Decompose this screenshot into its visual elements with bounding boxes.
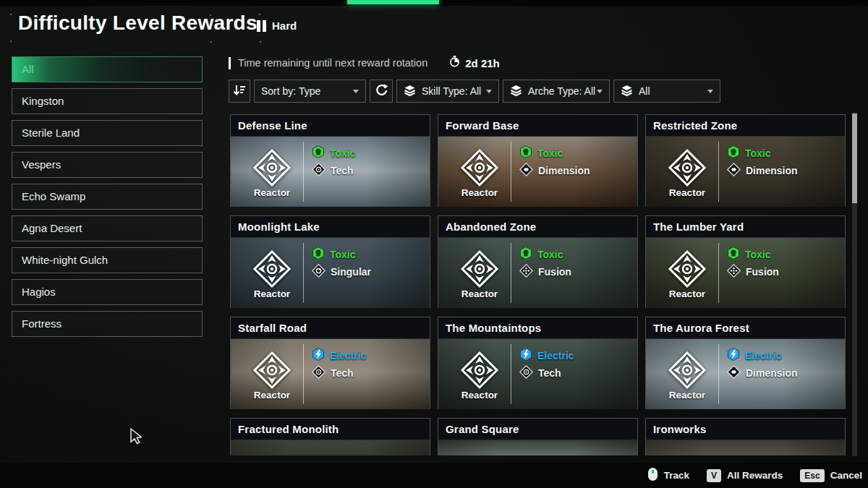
card-title: Abandoned Zone: [446, 221, 536, 233]
reward-card[interactable]: Forward BaseReactorToxicDimension: [438, 114, 638, 207]
divider: [511, 142, 511, 202]
reward-card-grid: Defense LineReactorToxicTechForward Base…: [230, 114, 848, 455]
deco-dot: [210, 41, 212, 43]
reward-type-label: Reactor: [646, 288, 728, 299]
element-label: Toxic: [745, 249, 771, 260]
electric-element-icon: [312, 348, 325, 364]
reward-card[interactable]: Ironworks: [645, 418, 846, 455]
reactor-icon: [252, 351, 292, 391]
reward-type-label: Reactor: [646, 390, 728, 401]
card-scene-image: [438, 440, 637, 455]
toxic-element-icon: [312, 247, 325, 262]
element-row: Toxic: [312, 146, 356, 160]
reward-card[interactable]: Grand Square: [438, 418, 638, 455]
dimension-arche-icon: [727, 163, 741, 179]
reward-card[interactable]: The MountaintopsReactorElectricTech: [438, 317, 638, 409]
sidebar-item-all[interactable]: All: [12, 56, 203, 82]
card-scene-image: ReactorToxicDimension: [646, 137, 845, 207]
arche-type-dropdown[interactable]: Arche Type: All: [503, 80, 610, 103]
filter-bar: Sort by: Type Skill Type: All Arche Type…: [229, 80, 720, 103]
element-label: Toxic: [745, 147, 771, 159]
all-rewards-button[interactable]: V All Rewards: [707, 469, 783, 482]
reward-card[interactable]: The Aurora ForestReactorElectricDimensio…: [645, 317, 846, 409]
card-scene-image: ReactorElectricDimension: [646, 339, 845, 409]
track-button[interactable]: Track: [647, 467, 689, 484]
card-header: The Lumber Yard: [646, 216, 845, 238]
reward-type-label: Reactor: [438, 390, 521, 401]
reward-card[interactable]: Starfall RoadReactorElectricTech: [230, 317, 430, 409]
skill-type-dropdown[interactable]: Skill Type: All: [396, 80, 499, 103]
toxic-element-icon: [727, 247, 740, 262]
arche-label: Tech: [538, 367, 561, 379]
card-title: Forward Base: [446, 119, 519, 132]
card-header: Ironworks: [646, 419, 845, 440]
card-scene-image: ReactorElectricTech: [438, 339, 637, 409]
grid-scrollbar-thumb[interactable]: [852, 114, 857, 203]
arche-label: Fusion: [746, 266, 779, 278]
shortcut-bar: Track V All Rewards Esc Cancel: [0, 463, 868, 488]
element-row: Toxic: [312, 247, 356, 262]
deco-dot: [210, 14, 211, 16]
reward-card[interactable]: The Lumber YardReactorToxicFusion: [645, 215, 846, 308]
cancel-button[interactable]: Esc Cancel: [800, 469, 862, 482]
dimension-arche-icon: [727, 365, 741, 382]
card-scene-image: ReactorToxicFusion: [646, 238, 845, 308]
arche-row: Dimension: [727, 366, 798, 380]
card-header: Restricted Zone: [646, 115, 845, 137]
sidebar-item-sterile-land[interactable]: Sterile Land: [12, 120, 203, 146]
layers-icon: [404, 85, 416, 98]
reward-card[interactable]: Restricted ZoneReactorToxicDimension: [645, 114, 846, 207]
layers-icon: [510, 85, 522, 98]
reward-card[interactable]: Moonlight LakeReactorToxicSingular: [230, 215, 430, 308]
track-label: Track: [664, 470, 689, 481]
sidebar-item-vespers[interactable]: Vespers: [12, 152, 203, 178]
sort-order-button[interactable]: [229, 80, 250, 103]
element-label: Electric: [537, 350, 574, 361]
accent-bar: [229, 57, 231, 69]
card-title: The Mountaintops: [446, 322, 541, 334]
difficulty-badge: Hard: [257, 20, 297, 32]
card-title: Defense Line: [238, 119, 307, 132]
grid-scrollbar-track[interactable]: [852, 112, 857, 456]
sidebar-item-hagios[interactable]: Hagios: [12, 279, 203, 305]
arche-row: Fusion: [727, 265, 779, 279]
sidebar-item-agna-desert[interactable]: Agna Desert: [12, 215, 203, 241]
region-sidebar: AllKingstonSterile LandVespersEcho Swamp…: [12, 56, 203, 343]
sidebar-item-white-night-gulch[interactable]: White-night Gulch: [12, 247, 203, 273]
reactor-icon: [460, 351, 499, 391]
card-header: Forward Base: [438, 115, 637, 137]
sidebar-item-kingston[interactable]: Kingston: [12, 88, 203, 114]
cancel-label: Cancel: [830, 470, 862, 481]
deco-dot: [217, 19, 218, 20]
reward-card[interactable]: Fractured Monolith: [230, 418, 430, 455]
toxic-element-icon: [519, 247, 532, 262]
arche-label: Dimension: [746, 165, 798, 176]
sidebar-item-echo-swamp[interactable]: Echo Swamp: [12, 184, 203, 210]
card-header: Abandoned Zone: [438, 216, 637, 238]
reactor-icon: [460, 249, 499, 290]
electric-element-icon: [519, 348, 532, 364]
reset-filters-button[interactable]: [370, 80, 393, 103]
skill-type-value: Skill Type: All: [422, 85, 481, 97]
arche-row: Dimension: [727, 163, 798, 178]
element-row: Toxic: [727, 247, 771, 262]
sort-by-dropdown[interactable]: Sort by: Type: [254, 80, 366, 103]
card-title: Starfall Road: [238, 322, 307, 334]
category-dropdown[interactable]: All: [613, 80, 720, 103]
arche-label: Dimension: [746, 367, 798, 379]
chevron-down-icon: [597, 90, 603, 93]
card-scene-image: ReactorToxicTech: [231, 137, 430, 207]
reward-type-label: Reactor: [231, 390, 313, 401]
divider: [303, 243, 304, 303]
card-scene-image: ReactorToxicSingular: [231, 238, 430, 308]
reward-card[interactable]: Defense LineReactorToxicTech: [230, 114, 430, 207]
card-scene-image: [231, 440, 430, 455]
sidebar-item-fortress[interactable]: Fortress: [12, 311, 203, 337]
all-rewards-label: All Rewards: [727, 470, 783, 481]
divider: [718, 344, 719, 404]
reward-card[interactable]: Abandoned ZoneReactorToxicFusion: [438, 215, 638, 308]
arche-row: Singular: [312, 265, 371, 279]
category-value: All: [639, 85, 650, 97]
element-row: Toxic: [727, 146, 771, 160]
toxic-element-icon: [312, 145, 325, 161]
